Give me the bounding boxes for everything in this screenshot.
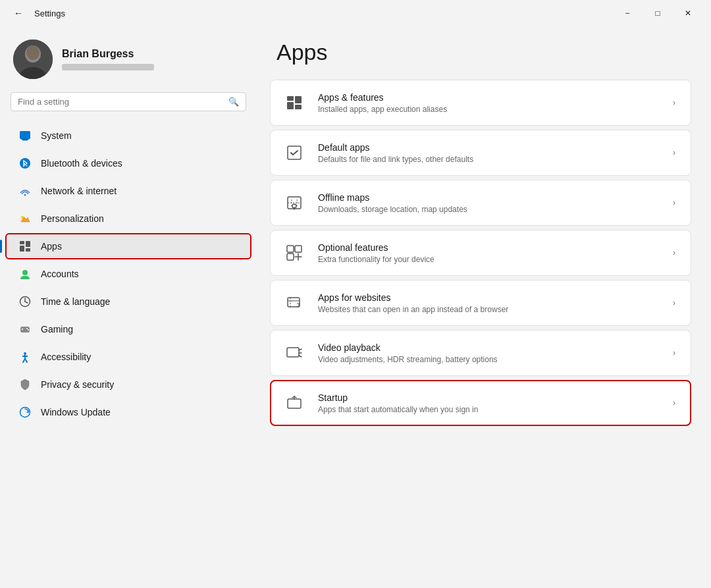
main-layout: Brian Burgess 🔍 System [0, 26, 711, 588]
nav-item-gaming[interactable]: Gaming [5, 316, 251, 342]
video-playback-title: Video playback [318, 342, 658, 353]
search-icon: 🔍 [228, 97, 239, 107]
system-icon [18, 129, 32, 142]
optional-features-icon [271, 244, 318, 261]
optional-features-chevron: › [658, 248, 691, 257]
apps-websites-title: Apps for websites [318, 292, 658, 303]
default-apps-title: Default apps [318, 142, 658, 153]
nav-item-apps[interactable]: Apps [5, 233, 251, 259]
svg-point-23 [24, 352, 26, 355]
apps-websites-chevron: › [658, 298, 691, 307]
default-apps-text: Default apps Defaults for file and link … [318, 133, 658, 173]
minimize-button[interactable]: − [612, 3, 643, 24]
nav-item-privacy[interactable]: Privacy & security [5, 371, 251, 398]
video-playback-chevron: › [658, 348, 691, 358]
nav-item-windows-update[interactable]: Windows Update [5, 399, 251, 425]
nav-item-bluetooth[interactable]: Bluetooth & devices [5, 150, 251, 176]
nav-item-accessibility[interactable]: Accessibility [5, 344, 251, 370]
settings-list: Apps & features Installed apps, app exec… [270, 80, 691, 426]
page-title: Apps [276, 40, 691, 65]
close-button[interactable]: ✕ [673, 3, 703, 24]
search-box[interactable]: 🔍 [11, 92, 246, 111]
time-label: Time & language [41, 296, 110, 307]
startup-title: Startup [318, 392, 658, 403]
accounts-icon [18, 267, 32, 281]
startup-desc: Apps that start automatically when you s… [318, 405, 658, 414]
offline-maps-icon [271, 194, 318, 211]
svg-rect-4 [20, 131, 30, 139]
apps-features-chevron: › [658, 98, 691, 107]
svg-line-27 [25, 359, 27, 362]
apps-features-card[interactable]: Apps & features Installed apps, app exec… [270, 80, 691, 126]
svg-line-44 [299, 356, 302, 357]
optional-features-card[interactable]: Optional features Extra functionality fo… [270, 230, 691, 276]
windows-update-icon [18, 406, 32, 419]
network-icon [18, 184, 32, 198]
svg-rect-38 [287, 254, 294, 260]
nav-item-accounts[interactable]: Accounts [5, 261, 251, 287]
svg-rect-6 [21, 139, 29, 140]
svg-rect-13 [26, 248, 30, 252]
network-label: Network & internet [41, 186, 117, 196]
svg-rect-31 [295, 96, 302, 103]
accessibility-icon [18, 350, 32, 363]
offline-maps-card[interactable]: Offline maps Downloads, storage location… [270, 180, 691, 226]
video-playback-text: Video playback Video adjustments, HDR st… [318, 333, 658, 373]
apps-features-desc: Installed apps, app execution aliases [318, 105, 658, 114]
svg-rect-11 [20, 246, 24, 252]
video-playback-icon [271, 344, 318, 361]
optional-features-title: Optional features [318, 242, 658, 253]
back-button[interactable]: ← [8, 3, 29, 24]
svg-rect-36 [287, 246, 294, 252]
time-icon [18, 295, 32, 308]
video-playback-card[interactable]: Video playback Video adjustments, HDR st… [270, 330, 691, 376]
user-account-bar [62, 64, 154, 70]
nav-item-network[interactable]: Network & internet [5, 178, 251, 204]
titlebar: ← Settings − □ ✕ [0, 0, 711, 26]
svg-point-7 [20, 158, 30, 169]
gaming-label: Gaming [41, 324, 73, 334]
sidebar: Brian Burgess 🔍 System [0, 26, 257, 588]
nav-item-time[interactable]: Time & language [5, 288, 251, 315]
apps-features-text: Apps & features Installed apps, app exec… [318, 83, 658, 123]
offline-maps-desc: Downloads, storage location, map updates [318, 205, 658, 214]
svg-rect-29 [287, 96, 294, 101]
maximize-button[interactable]: □ [643, 3, 673, 24]
optional-features-desc: Extra functionality for your device [318, 255, 658, 264]
apps-features-icon [271, 94, 318, 111]
svg-point-14 [22, 270, 28, 275]
svg-line-17 [25, 302, 28, 303]
svg-rect-42 [287, 348, 299, 357]
nav-item-system[interactable]: System [5, 122, 251, 149]
svg-rect-30 [287, 102, 294, 109]
apps-icon [18, 240, 32, 253]
svg-point-21 [26, 328, 28, 329]
default-apps-icon [271, 144, 318, 161]
nav-item-personalization[interactable]: Personalization [5, 205, 251, 232]
svg-point-3 [26, 45, 40, 60]
startup-text: Startup Apps that start automatically wh… [318, 383, 658, 423]
content-area: Apps Apps & features Installed apps, app… [257, 26, 711, 588]
startup-icon [271, 394, 318, 412]
windows-update-label: Windows Update [41, 407, 111, 417]
privacy-label: Privacy & security [41, 379, 114, 390]
offline-maps-chevron: › [658, 198, 691, 207]
apps-websites-desc: Websites that can open in an app instead… [318, 305, 658, 314]
default-apps-card[interactable]: Default apps Defaults for file and link … [270, 130, 691, 176]
svg-rect-5 [22, 140, 28, 141]
titlebar-controls: − □ ✕ [612, 3, 703, 24]
svg-rect-32 [295, 105, 302, 109]
avatar-image [13, 40, 53, 79]
startup-card[interactable]: Startup Apps that start automatically wh… [270, 380, 691, 426]
personalization-label: Personalization [41, 213, 104, 224]
svg-point-22 [28, 329, 29, 331]
svg-rect-12 [26, 241, 30, 247]
personalization-icon [18, 212, 32, 225]
gaming-icon [18, 323, 32, 336]
search-input[interactable] [18, 97, 223, 107]
apps-websites-card[interactable]: Apps for websites Websites that can open… [270, 280, 691, 326]
svg-point-8 [24, 194, 26, 196]
svg-rect-37 [295, 246, 302, 252]
svg-rect-10 [20, 241, 24, 244]
offline-maps-title: Offline maps [318, 192, 658, 203]
